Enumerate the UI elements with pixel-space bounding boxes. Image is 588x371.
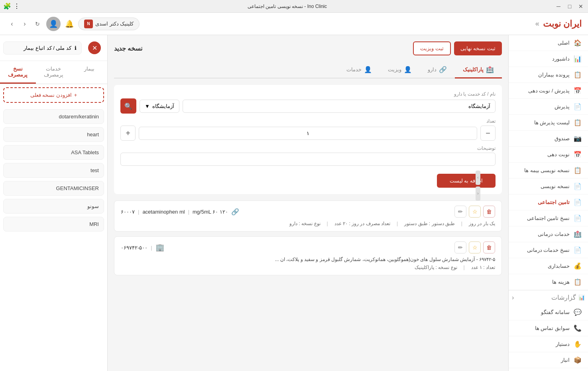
page-title: نسخه جدید: [114, 45, 142, 52]
quantity-row: تعداد − +: [120, 118, 496, 141]
item-full-name-2: ۶۹۷۴۲-۵ - آزمایش شمارش سلول های خون(هموگ…: [121, 257, 495, 262]
close-btn[interactable]: ✕: [577, 2, 585, 10]
add-to-list-btn[interactable]: اضافه به لیست: [437, 174, 496, 188]
rx-item-1[interactable]: dotarem/keratinin: [3, 109, 104, 124]
sidebar-label-reports: گزارشات: [551, 294, 576, 301]
sidebar-item-prescription[interactable]: 📄 نسخه نویسی: [509, 179, 588, 194]
sidebar-item-reception-appointment[interactable]: 📅 پذیرش / نوبت دهی: [509, 83, 588, 99]
add-rx-btn[interactable]: + افزودن نسخه فعلی: [3, 87, 104, 103]
sidebar-toggle-btn[interactable]: «: [532, 18, 543, 29]
bell-icon[interactable]: 🔔: [64, 18, 75, 29]
sidebar-label-contact-history: سوابق تماس ها: [535, 325, 570, 331]
right-tab-patient[interactable]: بیمار: [71, 61, 107, 84]
rx-item-2[interactable]: heart: [3, 127, 104, 142]
avatar: 👤: [46, 17, 61, 31]
sidebar-label-assistant: دستیار: [556, 341, 570, 347]
sidebar-label-accounting: حسابداری: [548, 263, 570, 269]
item-name-1: acetaminophen ml: [142, 209, 185, 215]
name-code-input[interactable]: [183, 100, 496, 113]
rx-item-4[interactable]: test: [3, 163, 104, 178]
extension-icon[interactable]: 🧩: [3, 2, 11, 10]
type-2: نوع نسخه : پاراکلینیک: [415, 265, 457, 270]
visit-tab-icon: 👤: [404, 66, 412, 73]
sidebar-item-patients[interactable]: 📋 پرونده بیماران: [509, 67, 588, 83]
quantity-input[interactable]: [139, 127, 477, 140]
star-btn-2[interactable]: ☆: [469, 241, 481, 253]
home-icon: 🏠: [574, 39, 582, 47]
tab-drug-label: دارو: [428, 67, 437, 73]
back-btn[interactable]: ‹: [6, 18, 18, 29]
sidebar-reports-collapse[interactable]: 📊 گزارشات ‹: [509, 290, 588, 304]
prescription-icon: 📄: [574, 183, 582, 190]
clinic-badge[interactable]: N کلینیک دکتر اسدی: [78, 18, 140, 30]
save-final-btn[interactable]: ثبت نسخه نهایی: [454, 41, 502, 55]
sidebar-label-home: اصلی: [558, 40, 570, 46]
tab-bar: 🏥 پاراکلینیک 🔗 دارو 👤 ویزیت 👤 خدمات: [114, 62, 502, 79]
sidebar-item-reception-list[interactable]: 📋 لیست پذیرش ها: [509, 115, 588, 131]
tab-drug[interactable]: 🔗 دارو: [420, 62, 455, 79]
right-panel-close-btn[interactable]: ✕: [88, 41, 101, 54]
main-content: ثبت نسخه نهایی ثبت ویزیت نسخه جدید 🏥 پار…: [0, 35, 508, 371]
description-input[interactable]: [120, 153, 496, 166]
treatment-rx-icon: 📄: [574, 246, 582, 254]
sidebar-label-treatment-rx: نسخ خدمات درمانی: [527, 247, 570, 253]
quantity-decrease-btn[interactable]: −: [480, 126, 496, 141]
dropdown-select[interactable]: آزمایشگاه ▼: [140, 100, 179, 113]
search-btn[interactable]: 🔍: [120, 98, 136, 114]
dosage-1: یک بار در روز: [469, 221, 495, 226]
star-btn-1[interactable]: ☆: [469, 206, 481, 218]
sidebar-item-insurance-rx[interactable]: 📋 نسخه نویسی بیمه ها: [509, 163, 588, 179]
sidebar-item-treatment-services[interactable]: 🏥 خدمات درمانی: [509, 226, 588, 242]
sidebar-item-home[interactable]: 🏠 اصلی: [509, 35, 588, 51]
contact-history-icon: 📞: [574, 324, 582, 332]
sidebar-label-cashbox: صندوق: [555, 135, 570, 141]
delete-btn-2[interactable]: 🗑: [483, 241, 495, 253]
sidebar-item-contact-history[interactable]: 📞 سوابق تماس ها: [509, 320, 588, 336]
right-tab-consumed-rx[interactable]: نسخ پرمصرف: [0, 61, 36, 84]
minimize-btn[interactable]: ─: [555, 2, 562, 10]
cashbox-icon: 📷: [574, 135, 582, 142]
save-visit-btn[interactable]: ثبت ویزیت: [413, 41, 451, 55]
sidebar-item-assistant[interactable]: ✋ دستیار: [509, 336, 588, 352]
tab-paraclinic-label: پاراکلینیک: [463, 67, 484, 73]
list-item-2-actions: 🗑 ☆ ✏: [454, 241, 495, 253]
refresh-btn[interactable]: ↻: [32, 18, 43, 29]
delete-btn-1[interactable]: 🗑: [483, 206, 495, 218]
sidebar-item-cashbox[interactable]: 📷 صندوق: [509, 131, 588, 147]
app-logo: ایران نوبت: [543, 19, 582, 29]
right-tab-consumed-services[interactable]: خدمات پرمصرف: [36, 61, 72, 84]
sidebar-item-accounting[interactable]: 💰 حسابداری: [509, 258, 588, 274]
item-detail-1: ۱۲۰ mg/5mL ۶۰: [193, 209, 228, 215]
menu-icon[interactable]: ⋮: [14, 2, 20, 10]
quantity-controls: − +: [120, 126, 496, 141]
rx-item-7[interactable]: MRI: [3, 217, 104, 232]
sidebar-item-chat[interactable]: 💬 سامانه گفتگو: [509, 304, 588, 320]
tab-visit[interactable]: 👤 ویزیت: [380, 62, 420, 79]
rx-item-3[interactable]: ASA Tablets: [3, 145, 104, 160]
patients-icon: 📋: [574, 71, 582, 79]
sidebar-item-social-insurance-rx[interactable]: 📄 نسخ تامین اجتماعی: [509, 210, 588, 226]
sidebar-item-social-insurance[interactable]: 📄 تامین اجتماعی: [509, 194, 588, 210]
tab-services[interactable]: 👤 خدمات: [338, 62, 380, 79]
sidebar-label-patients: پرونده بیماران: [538, 72, 570, 78]
edit-btn-2[interactable]: ✏: [454, 241, 466, 253]
add-rx-label: افزودن نسخه فعلی: [30, 92, 72, 98]
sidebar-item-expenses[interactable]: 📋 هزینه ها: [509, 274, 588, 290]
sidebar-item-reception[interactable]: 📄 پذیرش: [509, 99, 588, 115]
sidebar-item-dashboard[interactable]: 📊 داشبورد: [509, 51, 588, 67]
rx-item-6[interactable]: سونو: [3, 199, 104, 214]
sidebar-item-treatment-rx[interactable]: 📄 نسخ خدمات درمانی: [509, 242, 588, 258]
reception-icon: 📄: [574, 103, 582, 110]
rx-item-5[interactable]: GENTAMICINSER: [3, 181, 104, 196]
maximize-btn[interactable]: □: [566, 2, 574, 10]
sidebar-item-anbar[interactable]: 📦 انبار: [509, 352, 588, 368]
forward-btn[interactable]: ›: [19, 18, 30, 29]
quantity-increase-btn[interactable]: +: [120, 126, 136, 141]
page-header: ثبت نسخه نهایی ثبت ویزیت نسخه جدید: [114, 41, 502, 55]
sidebar-item-appointment[interactable]: 📅 نوبت دهی: [509, 147, 588, 163]
anbar-icon: 📦: [574, 356, 582, 364]
tab-services-label: خدمات: [346, 67, 362, 73]
edit-btn-1[interactable]: ✏: [454, 206, 466, 218]
tab-paraclinic[interactable]: 🏥 پاراکلینیک: [455, 62, 502, 79]
sidebar-label-anbar: انبار: [561, 357, 570, 363]
